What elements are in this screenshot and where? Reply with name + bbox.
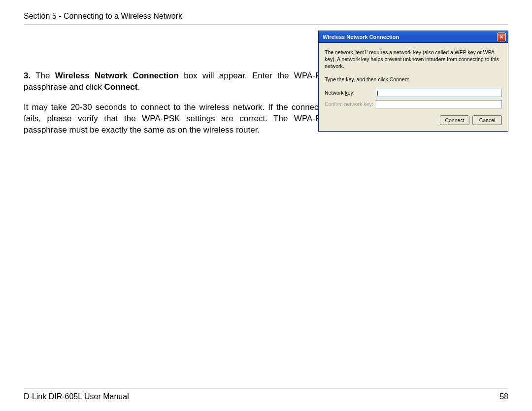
dialog-instruction: Type the key, and then click Connect. bbox=[325, 76, 502, 83]
dialog-screenshot: Wireless Network Connection × The networ… bbox=[318, 31, 508, 132]
wireless-connection-dialog: Wireless Network Connection × The networ… bbox=[318, 31, 508, 132]
connect-rest: onnect bbox=[449, 117, 465, 123]
dialog-button-row: Connect Cancel bbox=[325, 115, 502, 125]
dialog-description: The network 'test1' requires a network k… bbox=[325, 49, 502, 70]
dialog-titlebar: Wireless Network Connection × bbox=[319, 31, 508, 43]
dialog-body: The network 'test1' requires a network k… bbox=[319, 43, 508, 131]
network-key-row: Network key: bbox=[325, 89, 502, 97]
step-bold-2: Connect bbox=[104, 82, 137, 92]
close-button[interactable]: × bbox=[497, 33, 506, 41]
network-key-input[interactable] bbox=[375, 89, 502, 97]
cancel-label: Cancel bbox=[479, 117, 496, 124]
step-bold-1: Wireless Network Connection bbox=[55, 71, 179, 80]
manual-name: D-Link DIR-605L User Manual bbox=[24, 392, 129, 401]
connect-button[interactable]: Connect bbox=[440, 115, 469, 125]
section-title: Section 5 - Connecting to a Wireless Net… bbox=[24, 12, 182, 20]
connect-underline: C bbox=[445, 117, 449, 123]
dialog-title: Wireless Network Connection bbox=[323, 34, 399, 40]
confirm-key-input[interactable] bbox=[375, 100, 502, 108]
page-number: 58 bbox=[499, 392, 508, 401]
confirm-key-label: Confirm network key: bbox=[325, 101, 375, 107]
confirm-key-row: Confirm network key: bbox=[325, 100, 502, 108]
body-paragraph: It may take 20-30 seconds to connect to … bbox=[24, 102, 332, 136]
step-text-suffix: . bbox=[137, 82, 140, 92]
step-number: 3. bbox=[24, 71, 31, 80]
page-footer: D-Link DIR-605L User Manual 58 bbox=[24, 388, 508, 401]
network-key-label: Network key: bbox=[325, 89, 375, 96]
cancel-button[interactable]: Cancel bbox=[472, 115, 502, 125]
close-icon: × bbox=[499, 34, 503, 40]
step-text-prefix: The bbox=[31, 71, 55, 80]
text-column: 3. The Wireless Network Connection box w… bbox=[24, 70, 332, 136]
page-header: Section 5 - Connecting to a Wireless Net… bbox=[24, 12, 508, 25]
step-paragraph: 3. The Wireless Network Connection box w… bbox=[24, 70, 332, 93]
